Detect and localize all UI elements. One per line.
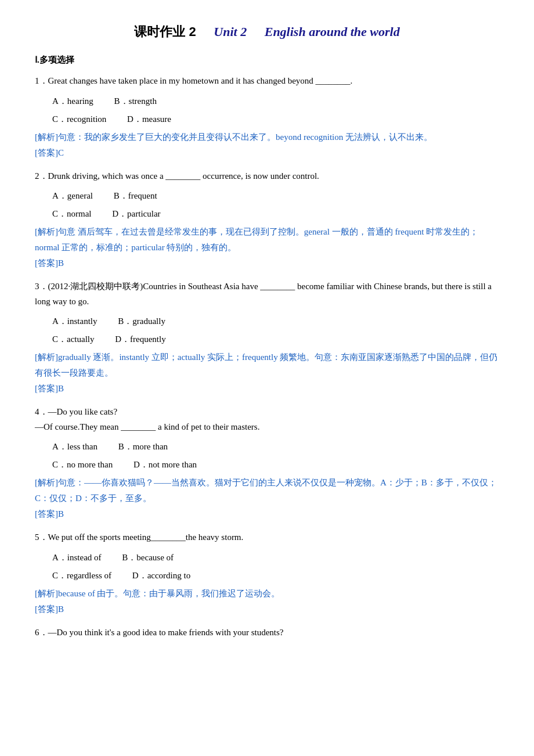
title-zh: 课时作业 2 xyxy=(134,24,196,39)
option-1b: B．strength xyxy=(114,96,157,106)
question-5: 5．We put off the sports meeting________t… xyxy=(35,530,499,615)
page-title: 课时作业 2 Unit 2 English around the world xyxy=(35,23,499,41)
question-3-text: 3．(2012·湖北四校期中联考)Countries in Southeast … xyxy=(35,279,499,309)
option-5a: A．instead of xyxy=(52,553,102,562)
question-4-text2: —Of course.They mean ________ a kind of … xyxy=(35,420,499,435)
option-2c: C．normal xyxy=(52,209,92,218)
question-3-answer: [答案]B xyxy=(35,383,499,394)
question-2: 2．Drunk driving, which was once a ______… xyxy=(35,169,499,269)
question-4-options-row2: C．no more than D．not more than xyxy=(52,457,499,473)
question-2-options-row1: A．general B．frequent xyxy=(52,188,499,204)
option-1c: C．recognition xyxy=(52,114,106,124)
title-unit: Unit 2 xyxy=(214,24,247,39)
option-4c: C．no more than xyxy=(52,460,113,469)
question-5-analysis: [解析]because of 由于。句意：由于暴风雨，我们推迟了运动会。 xyxy=(35,586,499,602)
option-1a: A．hearing xyxy=(52,96,93,106)
question-1-answer: [答案]C xyxy=(35,147,499,159)
option-4b: B．more than xyxy=(118,442,168,451)
question-4: 4．—Do you like cats? —Of course.They mea… xyxy=(35,405,499,520)
question-1-options-row2: C．recognition D．measure xyxy=(52,111,499,127)
question-3-options-row1: A．instantly B．gradually xyxy=(52,314,499,329)
option-5c: C．regardless of xyxy=(52,571,111,580)
question-6-text: 6．—Do you think it's a good idea to make… xyxy=(35,625,499,640)
option-2b: B．frequent xyxy=(114,191,157,200)
question-1-analysis: [解析]句意：我的家乡发生了巨大的变化并且变得认不出来了。beyond reco… xyxy=(35,129,499,145)
option-2a: A．general xyxy=(52,191,93,200)
question-5-text: 5．We put off the sports meeting________t… xyxy=(35,530,499,545)
question-2-options-row2: C．normal D．particular xyxy=(52,206,499,222)
section-1: Ⅰ.多项选择 1．Great changes have taken place … xyxy=(35,55,499,640)
option-4a: A．less than xyxy=(52,442,98,451)
question-3-analysis: [解析]gradually 逐渐。instantly 立即；actually 实… xyxy=(35,350,499,381)
question-5-options-row1: A．instead of B．because of xyxy=(52,550,499,566)
question-6: 6．—Do you think it's a good idea to make… xyxy=(35,625,499,640)
option-3d: D．frequently xyxy=(115,334,165,344)
option-3b: B．gradually xyxy=(118,316,165,326)
option-5b: B．because of xyxy=(122,553,174,562)
option-3a: A．instantly xyxy=(52,316,98,326)
question-2-analysis: [解析]句意 酒后驾车，在过去曾是经常发生的事，现在已得到了控制。general… xyxy=(35,224,499,255)
question-3: 3．(2012·湖北四校期中联考)Countries in Southeast … xyxy=(35,279,499,394)
option-4d: D．not more than xyxy=(134,460,197,469)
section-heading: Ⅰ.多项选择 xyxy=(35,55,499,66)
question-4-analysis: [解析]句意：——你喜欢猫吗？——当然喜欢。猫对于它们的主人来说不仅仅是一种宠物… xyxy=(35,475,499,506)
option-5d: D．according to xyxy=(132,571,190,580)
question-3-options-row2: C．actually D．frequently xyxy=(52,332,499,347)
question-5-options-row2: C．regardless of D．according to xyxy=(52,568,499,584)
option-3c: C．actually xyxy=(52,334,94,344)
title-en: English around the world xyxy=(265,24,400,39)
question-5-answer: [答案]B xyxy=(35,604,499,615)
question-2-answer: [答案]B xyxy=(35,258,499,269)
option-1d: D．measure xyxy=(127,114,171,124)
question-4-answer: [答案]B xyxy=(35,509,499,520)
question-2-text: 2．Drunk driving, which was once a ______… xyxy=(35,169,499,184)
question-4-text: 4．—Do you like cats? xyxy=(35,405,499,420)
question-4-options-row1: A．less than B．more than xyxy=(52,439,499,455)
option-2d: D．particular xyxy=(112,209,160,218)
question-1-options-row1: A．hearing B．strength xyxy=(52,93,499,109)
question-1-text: 1．Great changes have taken place in my h… xyxy=(35,74,499,89)
question-1: 1．Great changes have taken place in my h… xyxy=(35,74,499,159)
